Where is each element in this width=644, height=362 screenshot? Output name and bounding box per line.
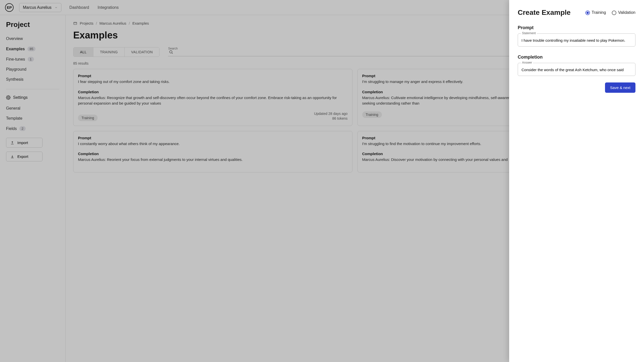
completion-legend: Answer — [521, 61, 533, 64]
prompt-legend: Statement — [521, 31, 537, 35]
radio-unchecked-icon — [612, 10, 616, 15]
completion-section-label: Completion — [518, 55, 635, 60]
prompt-section-label: Prompt — [518, 25, 635, 30]
radio-label: Validation — [618, 10, 635, 15]
panel-title: Create Example — [518, 9, 571, 17]
radio-label: Training — [592, 10, 606, 15]
save-next-button[interactable]: Save & next — [605, 82, 635, 93]
radio-checked-icon — [585, 10, 590, 15]
example-type-radios: Training Validation — [585, 10, 635, 15]
prompt-input[interactable] — [521, 38, 632, 42]
create-example-panel: Create Example Training Validation Promp… — [509, 0, 644, 362]
radio-training[interactable]: Training — [585, 10, 606, 15]
completion-field[interactable]: Answer — [518, 63, 635, 76]
svg-point-3 — [586, 12, 589, 14]
svg-point-4 — [612, 11, 616, 15]
completion-input[interactable] — [521, 68, 632, 72]
prompt-field[interactable]: Statement — [518, 33, 635, 47]
radio-validation[interactable]: Validation — [612, 10, 635, 15]
